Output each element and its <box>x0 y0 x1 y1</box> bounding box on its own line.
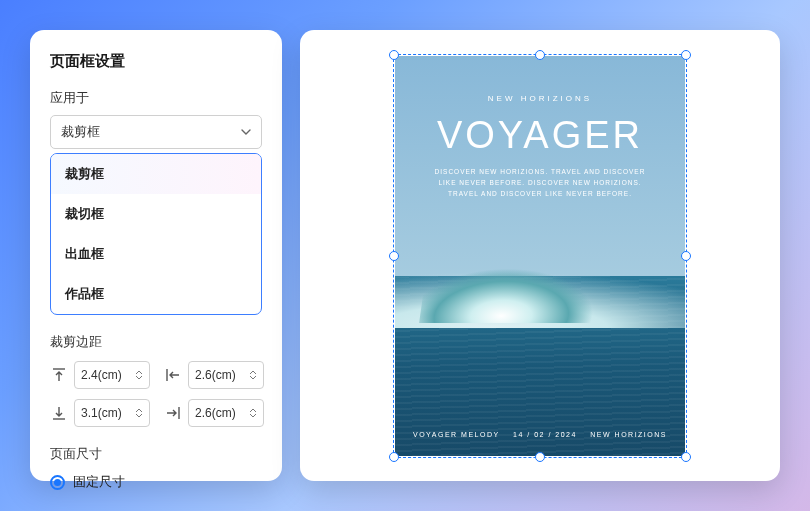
chevron-down-icon <box>241 127 251 137</box>
margin-left-icon <box>164 366 182 384</box>
stepper-icon[interactable] <box>249 370 257 380</box>
fixed-size-radio[interactable]: 固定尺寸 <box>50 473 262 491</box>
dropdown-option-bleed[interactable]: 出血框 <box>51 234 261 274</box>
select-value: 裁剪框 <box>61 123 100 141</box>
margin-right-icon <box>164 404 182 422</box>
margin-bottom-input[interactable]: 3.1(cm) <box>74 399 150 427</box>
stepper-icon[interactable] <box>135 370 143 380</box>
apply-to-select[interactable]: 裁剪框 <box>50 115 262 149</box>
artwork-selection[interactable]: NEW HORIZIONS VOYAGER DISCOVER NEW HORIZ… <box>395 56 685 456</box>
stepper-icon[interactable] <box>135 408 143 418</box>
poster-artwork: NEW HORIZIONS VOYAGER DISCOVER NEW HORIZ… <box>395 56 685 456</box>
page-frame-settings-panel: 页面框设置 应用于 裁剪框 裁剪框 裁切框 出血框 作品框 裁剪边距 2.4(c… <box>30 30 282 481</box>
radio-checked-icon <box>50 475 65 490</box>
margin-bottom-icon <box>50 404 68 422</box>
crop-margin-label: 裁剪边距 <box>50 333 262 351</box>
canvas-area: NEW HORIZIONS VOYAGER DISCOVER NEW HORIZ… <box>300 30 780 481</box>
poster-eyebrow: NEW HORIZIONS <box>395 94 685 103</box>
margin-top-input[interactable]: 2.4(cm) <box>74 361 150 389</box>
poster-title: VOYAGER <box>395 114 685 157</box>
margin-left-input[interactable]: 2.6(cm) <box>188 361 264 389</box>
dropdown-option-art[interactable]: 作品框 <box>51 274 261 314</box>
stepper-icon[interactable] <box>249 408 257 418</box>
margin-right-input[interactable]: 2.6(cm) <box>188 399 264 427</box>
page-size-label: 页面尺寸 <box>50 445 262 463</box>
poster-footer: VOYAGER MELODY 14 / 02 / 2024 NEW HORIZI… <box>413 431 667 438</box>
dropdown-option-trim[interactable]: 裁切框 <box>51 194 261 234</box>
apply-to-label: 应用于 <box>50 89 262 107</box>
apply-to-dropdown: 裁剪框 裁切框 出血框 作品框 <box>50 153 262 315</box>
poster-subtitle: DISCOVER NEW HORIZIONS. TRAVEL AND DISCO… <box>395 166 685 199</box>
dropdown-option-crop[interactable]: 裁剪框 <box>51 154 261 194</box>
margin-top-icon <box>50 366 68 384</box>
margin-grid: 2.4(cm) 2.6(cm) <box>50 361 262 427</box>
panel-title: 页面框设置 <box>50 52 262 71</box>
